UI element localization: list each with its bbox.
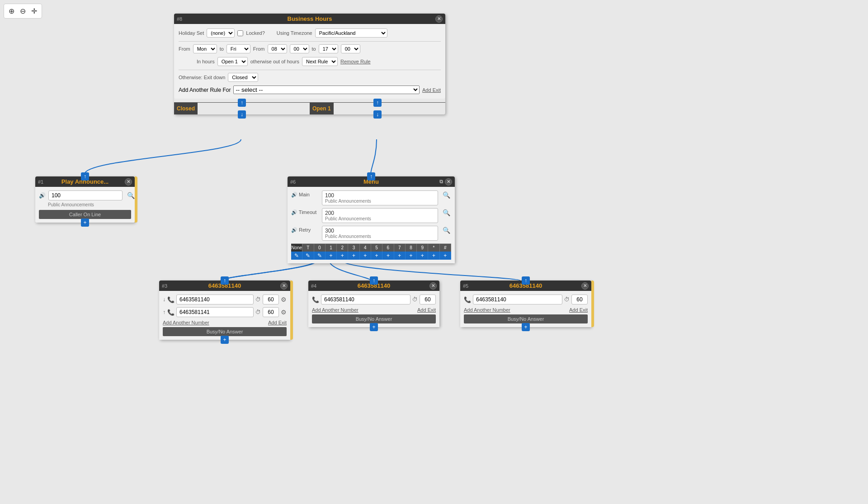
node5-num1-input[interactable] (473, 295, 562, 304)
node5-timer1-input[interactable] (571, 295, 588, 304)
pa-close-button[interactable]: ✕ (125, 178, 132, 185)
menu-key-1[interactable]: 1 (326, 244, 337, 252)
otherwise-select[interactable]: Next Rule (302, 57, 338, 66)
node3-close-button[interactable]: ✕ (280, 282, 288, 290)
in-hours-select[interactable]: Open 1 (217, 57, 248, 66)
menu-key-7[interactable]: 7 (394, 244, 406, 252)
menu-connector-0[interactable]: ✎ (314, 252, 326, 260)
pa-connector-bottom[interactable]: + (81, 219, 89, 227)
timezone-select[interactable]: Pacific/Auckland (315, 29, 387, 38)
zoom-in-button[interactable]: ⊕ (7, 6, 16, 16)
node4-add-number-link[interactable]: Add Another Number (312, 307, 359, 313)
locked-checkbox[interactable] (237, 30, 243, 36)
node5-connector-bottom[interactable]: + (522, 323, 530, 331)
menu-connector-8[interactable]: + (406, 252, 417, 260)
menu-connector-1[interactable]: + (326, 252, 337, 260)
node5-add-exit-link[interactable]: Add Exit (569, 307, 588, 313)
menu-key-2[interactable]: 2 (337, 244, 348, 252)
menu-connector-9[interactable]: + (417, 252, 428, 260)
menu-connector-2[interactable]: + (337, 252, 348, 260)
to-day-select[interactable]: MonTueWedThu Fri SatSun (226, 44, 250, 53)
node4-add-exit-link[interactable]: Add Exit (417, 307, 436, 313)
remove-rule-link[interactable]: Remove Rule (340, 59, 371, 64)
node5-add-number-link[interactable]: Add Another Number (464, 307, 510, 313)
menu-key-connectors: ✎ ✎ ✎ + + + + + + + + + + + (291, 252, 451, 260)
menu-main-search-button[interactable]: 🔍 (442, 190, 451, 200)
menu-key-star[interactable]: * (428, 244, 439, 252)
node3-add-exit-link[interactable]: Add Exit (268, 320, 287, 325)
menu-connector-4[interactable]: + (360, 252, 371, 260)
node3-timer1-input[interactable] (263, 295, 279, 304)
menu-key-T[interactable]: T (302, 244, 314, 252)
node3-add-number-link[interactable]: Add Another Number (163, 320, 209, 325)
holiday-set-select[interactable]: (none) (207, 29, 235, 38)
menu-main-num: 100 (325, 192, 435, 199)
zoom-out-button[interactable]: ⊖ (18, 6, 28, 16)
from-day-select[interactable]: Mon TueWedThuFriSatSun (193, 44, 217, 53)
pa-id: #1 (38, 179, 43, 185)
node3-timer2-input[interactable] (263, 307, 279, 317)
menu-key-8[interactable]: 8 (406, 244, 417, 252)
node3-connector-top[interactable]: ↑ (221, 276, 229, 285)
node4-connector-top[interactable]: ↑ (370, 276, 378, 285)
node3-timer1-icon: ⏱ (255, 296, 261, 303)
menu-retry-search-button[interactable]: 🔍 (442, 226, 451, 235)
menu-connector-star[interactable]: + (428, 252, 439, 260)
bh-closed-exit-button[interactable]: Closed (174, 103, 198, 114)
menu-connector-none[interactable]: ✎ (291, 252, 302, 260)
node3-num2-input[interactable] (176, 307, 254, 317)
node4-connector-bottom[interactable]: + (370, 323, 378, 331)
from-min-select[interactable]: 00 (290, 44, 309, 53)
node3-gear1-icon[interactable]: ⚙ (281, 296, 287, 303)
bh-header: #8 Business Hours ✕ (174, 14, 445, 24)
menu-connector-5[interactable]: + (371, 252, 382, 260)
move-button[interactable]: ✛ (29, 6, 39, 16)
node3-arrow1-icon: ↓ (163, 296, 165, 303)
bh-closed-connector-bottom[interactable]: ↓ (238, 110, 246, 119)
node5-connector-top[interactable]: ↑ (522, 276, 530, 285)
menu-key-5[interactable]: 5 (371, 244, 382, 252)
bh-row-otherwise: Otherwise: Exit down Closed Open 1 (179, 73, 441, 82)
menu-connector-hash[interactable]: + (440, 252, 451, 260)
node5-close-button[interactable]: ✕ (581, 282, 589, 290)
to-min-select[interactable]: 00 (341, 44, 360, 53)
bh-open1-connector-bottom[interactable]: ↓ (373, 110, 382, 119)
menu-key-0[interactable]: 0 (314, 244, 326, 252)
menu-key-3[interactable]: 3 (348, 244, 359, 252)
menu-copy-button[interactable]: ⧉ (439, 179, 443, 185)
menu-connector-top[interactable]: ↑ (367, 172, 375, 181)
node4-timer1-input[interactable] (420, 295, 436, 304)
menu-key-hash[interactable]: # (440, 244, 451, 252)
menu-connector-7[interactable]: + (394, 252, 406, 260)
pa-connector-top[interactable]: ↑ (81, 172, 89, 181)
menu-connector-6[interactable]: + (382, 252, 394, 260)
from-hour-select[interactable]: 08 (268, 44, 287, 53)
bh-closed-connector-top[interactable]: ↑ (238, 99, 246, 107)
node3-num1-input[interactable] (176, 295, 254, 304)
bh-open1-connector-top[interactable]: ↑ (373, 99, 382, 107)
menu-key-6[interactable]: 6 (382, 244, 394, 252)
bh-close-button[interactable]: ✕ (435, 15, 443, 23)
add-exit-link[interactable]: Add Exit (422, 87, 441, 93)
menu-key-9[interactable]: 9 (417, 244, 428, 252)
menu-key-4[interactable]: 4 (360, 244, 371, 252)
menu-timeout-search-button[interactable]: 🔍 (442, 208, 451, 217)
pa-search-button[interactable]: 🔍 (125, 191, 137, 200)
node3-gear2-icon[interactable]: ⚙ (281, 309, 287, 316)
menu-key-none[interactable]: None (291, 244, 302, 252)
bh-open1-exit-button[interactable]: Open 1 (310, 103, 334, 114)
to-hour-select[interactable]: 17 (319, 44, 338, 53)
pa-audio-input[interactable] (48, 190, 123, 200)
menu-timeout-sub: Public Announcements (325, 216, 435, 221)
add-rule-label: Add Another Rule For (179, 87, 231, 93)
node3-connector-bottom[interactable]: + (221, 336, 229, 344)
menu-close-button[interactable]: ✕ (445, 178, 452, 185)
add-rule-select[interactable]: -- select -- (233, 86, 420, 94)
otherwise-exit-select[interactable]: Closed Open 1 (228, 73, 258, 82)
node4-num1-input[interactable] (321, 295, 410, 304)
menu-connector-3[interactable]: + (348, 252, 359, 260)
menu-connector-T[interactable]: ✎ (302, 252, 314, 260)
node4-close-button[interactable]: ✕ (429, 282, 437, 290)
locked-label: Locked? (246, 30, 265, 36)
phone-node-5: ↑ #5 6463581140 ✕ 📞 ⏱ Add Another Number… (460, 281, 591, 327)
